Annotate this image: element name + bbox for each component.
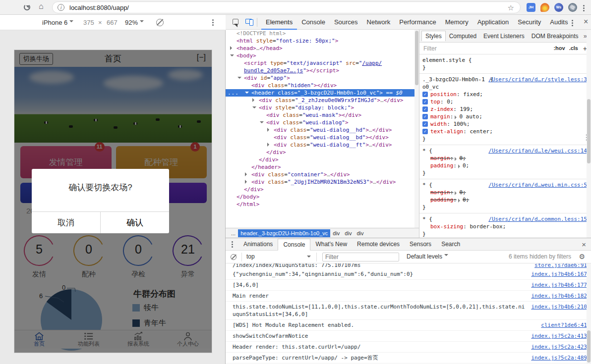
dom-tree-node[interactable]: <div class="_2_zhJzeu0e0W9rx9fIHGJd">…</… xyxy=(226,97,419,104)
expand-arrow-icon[interactable] xyxy=(245,92,249,96)
dom-tree-node[interactable]: <div id="app"> xyxy=(226,74,419,82)
dialog-cancel-button[interactable]: 取消 xyxy=(32,212,101,233)
console-tab-animations[interactable]: Animations xyxy=(238,239,278,250)
breadcrumb-overflow[interactable]: ... xyxy=(229,229,238,237)
dom-tree-node[interactable]: </div> xyxy=(226,186,419,193)
dom-tree-node[interactable]: </header> xyxy=(226,163,419,171)
dom-tree-node[interactable]: <div class="hidden"></div> xyxy=(226,82,419,89)
expand-arrow-icon[interactable] xyxy=(230,46,234,50)
dom-tree-node[interactable]: <div class="_2UgjIHZbMR02N1Bm32eNS3">…</… xyxy=(226,178,419,186)
rotate-icon[interactable] xyxy=(156,19,164,26)
device-toggle-icon[interactable] xyxy=(245,19,252,24)
console-source-link[interactable]: index.js?b4b6:177 xyxy=(531,281,587,289)
styles-scrollbar[interactable] xyxy=(587,30,591,238)
styles-tab-styles[interactable]: Styles xyxy=(421,31,446,41)
console-tab-search[interactable]: Search xyxy=(436,239,465,250)
styles-toggle[interactable]: .cls xyxy=(569,45,578,51)
breadcrumb-item[interactable]: div xyxy=(330,229,342,237)
url-text[interactable]: localhost:8080/uapp/ xyxy=(69,4,129,11)
css-selector[interactable]: * xyxy=(422,147,426,155)
console-source-link[interactable]: index.js?b4b6:167 xyxy=(531,270,587,278)
tab-console[interactable]: Console xyxy=(297,15,330,30)
expand-arrow-icon[interactable] xyxy=(267,143,271,147)
dom-tree-node[interactable]: </div> xyxy=(226,156,419,163)
expand-arrow-icon[interactable] xyxy=(260,121,264,125)
expand-arrow-icon[interactable] xyxy=(245,172,249,176)
css-selector[interactable]: * xyxy=(422,215,426,223)
css-selector[interactable]: ._3-bzgcD2U-Hmb0n-1o0_vc xyxy=(422,76,487,91)
console-tab-sensors[interactable]: Sensors xyxy=(405,239,436,250)
dom-tree-node[interactable]: <script type="text/javascript" src="/uap… xyxy=(226,59,419,67)
stylesheet-link[interactable]: /Users/crifan/d…r/style.less:3 xyxy=(488,76,587,83)
styles-toggle-buttons[interactable]: :hov.cls xyxy=(549,45,578,51)
reload-icon[interactable] xyxy=(24,4,30,10)
page-info-icon[interactable]: i xyxy=(58,4,64,11)
console-source-link[interactable]: client?1de6:41 xyxy=(541,321,587,329)
breadcrumb-selected[interactable]: header._3-bzgcD2U-Hmb0n-1o0_vc xyxy=(238,229,330,237)
css-property[interactable]: margin:0; xyxy=(422,155,588,162)
dom-tree-node[interactable]: <div class="weui-dialog__hd">…</div> xyxy=(226,126,419,134)
home-icon[interactable]: ⌂ xyxy=(39,2,44,11)
dom-tree-node[interactable]: </body> xyxy=(226,193,419,201)
console-levels-select[interactable]: Default levels xyxy=(407,253,448,260)
css-property[interactable]: ✓z-index: 199; xyxy=(422,105,588,113)
zoom-select[interactable]: 92% xyxy=(125,19,144,26)
elements-scrollbar[interactable] xyxy=(414,30,419,228)
console-source-link[interactable]: index.js?5c2a:413 xyxy=(531,332,587,340)
property-checkbox[interactable]: ✓ xyxy=(422,99,428,104)
console-source-link[interactable]: index.js?5c2a:423 xyxy=(531,343,587,351)
tab-security[interactable]: Security xyxy=(513,15,545,30)
dom-tree-node[interactable]: <!DOCTYPE html> xyxy=(226,30,419,37)
devtools-menu-icon[interactable] xyxy=(572,19,574,27)
dom-tree-node[interactable]: <div class="weui-dialog__ft">…</div> xyxy=(226,141,419,149)
property-checkbox[interactable]: ✓ xyxy=(422,114,428,119)
console-source-link[interactable]: index.js?b4b6:210 xyxy=(531,303,587,318)
extension-react-icon[interactable] xyxy=(568,3,577,12)
clear-console-icon[interactable] xyxy=(231,254,236,260)
styles-tab-event-listeners[interactable]: Event Listeners xyxy=(480,31,528,41)
property-checkbox[interactable]: ✓ xyxy=(422,129,428,134)
breadcrumb-item[interactable]: div xyxy=(342,229,354,237)
tab-elements[interactable]: Elements xyxy=(261,15,297,30)
console-settings-icon[interactable]: ⚙ xyxy=(579,253,585,260)
device-select[interactable]: iPhone 6 xyxy=(42,19,73,26)
styles-tab-computed[interactable]: Computed xyxy=(446,31,480,41)
extension-ws-icon[interactable]: Ws xyxy=(554,3,563,12)
devtools-close-icon[interactable]: × xyxy=(584,17,588,26)
styles-filter-label[interactable]: Filter xyxy=(423,45,437,52)
device-height[interactable]: 667 xyxy=(107,19,118,26)
dom-tree-node[interactable]: </div> xyxy=(226,149,419,156)
expand-arrow-icon[interactable] xyxy=(245,180,249,184)
styles-tab-dom-breakpoints[interactable]: DOM Breakpoints xyxy=(528,31,582,41)
bookmark-star-icon[interactable]: ☆ xyxy=(508,3,514,12)
extension-flame-icon[interactable] xyxy=(540,3,549,12)
console-tab-remote-devices[interactable]: Remote devices xyxy=(352,239,405,250)
css-selector[interactable]: element.style xyxy=(422,56,465,64)
console-filter-input[interactable] xyxy=(322,253,399,261)
dom-tree-node[interactable]: <head>…</head> xyxy=(226,45,419,52)
dom-tree-node[interactable]: <div class="container">…</div> xyxy=(226,171,419,178)
property-checkbox[interactable]: ✓ xyxy=(422,92,428,97)
tab-performance[interactable]: Performance xyxy=(395,15,440,30)
breadcrumb-item[interactable]: div xyxy=(354,229,366,237)
console-menu-icon[interactable] xyxy=(232,240,234,249)
css-property[interactable]: padding:0; xyxy=(422,196,588,204)
dom-tree-node[interactable]: <div style="display: block;"> xyxy=(226,104,419,111)
dom-tree-node[interactable]: <div class="weui-dialog"> xyxy=(226,119,419,126)
device-toolbar-menu-icon[interactable] xyxy=(212,18,214,27)
tab-memory[interactable]: Memory xyxy=(441,15,473,30)
tab-application[interactable]: Application xyxy=(473,15,514,30)
address-bar[interactable]: i localhost:8080/uapp/ ☆ xyxy=(52,1,521,13)
dom-tree-node[interactable]: </html> xyxy=(226,201,419,208)
browser-menu-icon[interactable] xyxy=(583,4,585,12)
console-source-link[interactable]: index.js?b4b6:182 xyxy=(531,292,587,300)
dom-tree-node[interactable]: <body> xyxy=(226,52,419,59)
dom-tree-node[interactable]: bundle_2d05ae7….js"></script> xyxy=(226,67,419,74)
css-selector[interactable]: * xyxy=(422,181,426,189)
css-property[interactable]: ✓text-align: center; xyxy=(422,128,588,135)
console-tab-console[interactable]: Console xyxy=(278,239,310,251)
console-close-icon[interactable]: × xyxy=(582,240,591,249)
tab-network[interactable]: Network xyxy=(362,15,395,30)
console-source-link[interactable]: store.js?dae6:91 xyxy=(534,263,587,269)
dom-tree-node[interactable]: <div class="weui-dialog__bd"></div> xyxy=(226,134,419,141)
